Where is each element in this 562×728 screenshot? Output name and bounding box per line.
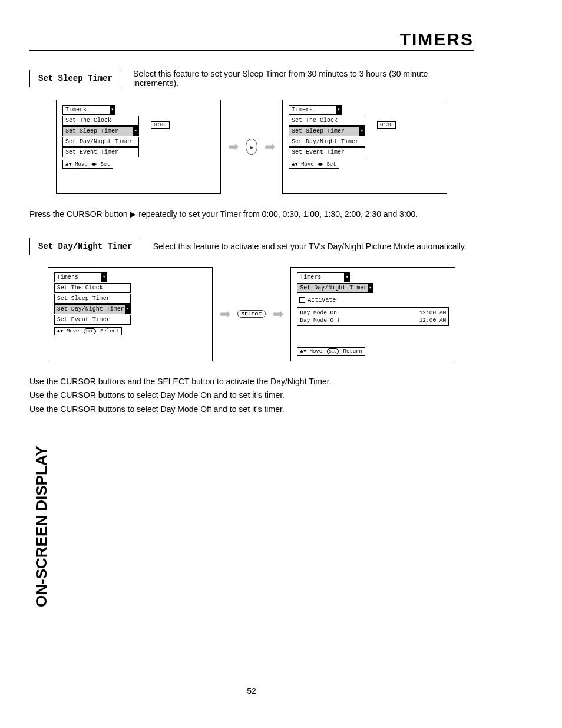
menu-item: Set Event Timer: [62, 147, 139, 157]
timer-value: 0:00: [151, 121, 170, 129]
menu-item: Set Event Timer: [54, 315, 131, 325]
hint-bar: ▲▼ Move ◀▶ Set: [289, 160, 339, 169]
menu-title: Timers▾: [297, 272, 350, 282]
menu-item-selected: Set Day/Night Timer▸: [54, 304, 131, 314]
instruction-text: Use the CURSOR buttons to select Day Mod…: [29, 404, 474, 416]
arrow-down-icon: ▾: [110, 105, 115, 115]
menu-item: Set Sleep Timer: [54, 294, 131, 304]
osd-screen: Timers▾ Set The Clock Set Sleep Timer Se…: [48, 267, 213, 361]
checkbox-icon: [299, 297, 305, 303]
instruction-text: Press the CURSOR button ▶ repeatedly to …: [29, 209, 474, 220]
arrow-right-icon: ▸: [359, 126, 365, 136]
select-button-icon: SELECT: [237, 310, 266, 318]
menu-title: Timers▾: [62, 105, 115, 115]
arrow-right-icon: ➡: [220, 307, 230, 322]
page-number: 52: [29, 686, 474, 696]
arrow-right-icon: ▸: [125, 304, 131, 314]
arrow-right-icon: ➡: [265, 139, 275, 154]
section-label-sleep: Set Sleep Timer: [29, 70, 121, 87]
daynight-settings: Day Mode On12:00 AM Day Mode Off12:00 AM: [297, 307, 449, 326]
arrow-right-icon: ➡: [273, 307, 283, 322]
sidebar-section-label: ON-SCREEN DISPLAY: [32, 446, 51, 607]
arrow-right-icon: ▸: [133, 126, 139, 136]
cursor-button-icon: ▸: [246, 139, 257, 155]
arrow-down-icon: ▾: [336, 105, 342, 115]
hint-bar: ▲▼ Move SEL Select: [54, 327, 123, 335]
timer-value: 0:30: [377, 121, 396, 129]
instruction-text: Use the CURSOR buttons to select Day Mod…: [29, 390, 474, 401]
instruction-text: Use the CURSOR buttons and the SELECT bu…: [29, 376, 474, 388]
menu-item-selected: Set Sleep Timer▸: [62, 126, 139, 136]
section-desc-sleep: Select this feature to set your Sleep Ti…: [133, 69, 474, 88]
osd-screen: Timers▾ Set Day/Night Timer▸ Activate Da…: [290, 267, 455, 361]
menu-item: Set Day/Night Timer: [289, 137, 365, 147]
menu-title: Timers▾: [54, 272, 107, 282]
arrow-right-icon: ➡: [228, 139, 239, 154]
hint-bar: ▲▼ Move ◀▶ Set: [62, 160, 113, 169]
menu-item: Set The Clock: [289, 116, 365, 126]
hint-bar: ▲▼ Move SEL Return: [297, 347, 365, 355]
osd-screen: Timers▾ Set The Clock Set Sleep Timer▸ 0…: [56, 100, 221, 194]
activate-label: Activate: [308, 297, 336, 304]
menu-item-selected: Set Day/Night Timer▸: [297, 283, 373, 293]
arrow-down-icon: ▾: [101, 272, 107, 282]
day-mode-on-label: Day Mode On: [300, 309, 337, 316]
menu-item: Set Event Timer: [289, 147, 365, 157]
menu-item-selected: Set Sleep Timer▸: [289, 126, 365, 136]
menu-item: Set The Clock: [62, 116, 139, 126]
daynight-timer-screens: Timers▾ Set The Clock Set Sleep Timer Se…: [29, 267, 474, 361]
day-mode-off-time: 12:00 AM: [419, 317, 447, 324]
osd-screen: Timers▾ Set The Clock Set Sleep Timer▸ 0…: [282, 100, 447, 194]
sleep-timer-screens: Timers▾ Set The Clock Set Sleep Timer▸ 0…: [29, 100, 474, 194]
day-mode-on-time: 12:00 AM: [419, 309, 447, 316]
day-mode-off-label: Day Mode Off: [300, 317, 340, 324]
menu-title: Timers▾: [289, 105, 342, 115]
menu-item: Set The Clock: [54, 283, 131, 293]
section-desc-daynight: Select this feature to activate and set …: [153, 242, 467, 251]
page-title: TIMERS: [29, 29, 474, 50]
section-label-daynight: Set Day/Night Timer: [29, 238, 141, 255]
menu-item: Set Day/Night Timer: [62, 137, 139, 147]
arrow-right-icon: ▸: [368, 283, 373, 293]
arrow-down-icon: ▾: [344, 272, 350, 282]
